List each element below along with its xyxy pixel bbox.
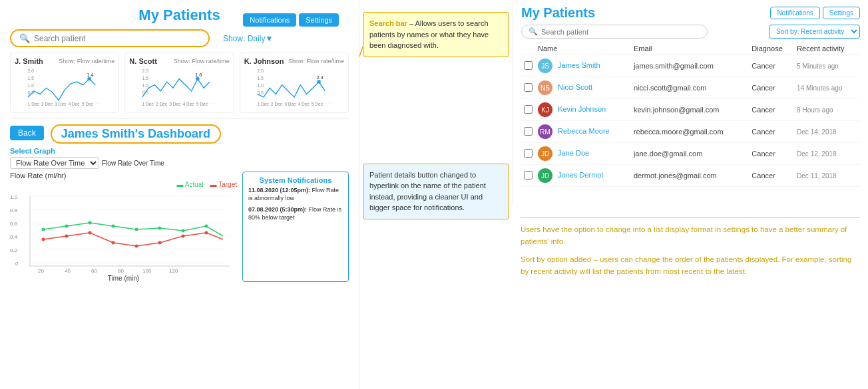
row-activity-0: 5 Minutes ago: [794, 55, 860, 77]
searchbar-callout: Search bar – Allows users to search pati…: [363, 12, 509, 57]
row-email-1: nicci.scott@gmail.com: [631, 77, 749, 99]
row-checkbox-2[interactable]: [521, 99, 535, 121]
svg-text:1 Dec: 1 Dec: [28, 102, 40, 106]
callout-patient-details-text: Patient details button changed to hyperl…: [369, 171, 486, 212]
flow-rate-svg: 1.0 0.8 0.6 0.4 0.2 0 20 40 60 80 100 12…: [10, 190, 236, 276]
row-name-3[interactable]: RM Rebecca Moore: [535, 121, 631, 143]
avatar-1: NS: [538, 80, 552, 95]
card-show-johnson: Show: Flow rate/time: [288, 58, 344, 65]
svg-text:100: 100: [142, 268, 152, 274]
svg-point-65: [65, 225, 69, 228]
svg-text:1.0: 1.0: [28, 83, 34, 88]
notifications-button-right[interactable]: Notifications: [770, 7, 819, 19]
col-name: Name: [535, 43, 631, 55]
svg-text:5 Dec: 5 Dec: [312, 102, 324, 106]
svg-text:20: 20: [38, 268, 44, 274]
table-row: KJ Kevin Johnson kevin.johnson@gmail.com…: [521, 99, 860, 121]
row-name-5[interactable]: JD Jones Dermot: [535, 165, 631, 187]
mini-chart-scott: 1.6 1 Dec 2 Dec 3 Dec 4 Dec 5 Dec 2.0 1.…: [129, 66, 229, 106]
svg-text:0.8: 0.8: [10, 207, 18, 213]
svg-text:0.6: 0.6: [10, 221, 18, 227]
svg-text:4 Dec: 4 Dec: [298, 102, 310, 106]
row-checkbox-5[interactable]: [521, 165, 535, 187]
back-button[interactable]: Back: [10, 126, 44, 140]
dashboard-title: James Smith's Dashboard: [51, 124, 221, 144]
svg-point-68: [135, 228, 138, 231]
search-input-left[interactable]: [34, 34, 200, 43]
row-checkbox-3[interactable]: [521, 121, 535, 143]
svg-point-71: [205, 225, 208, 228]
card-name-smith: J. Smith: [15, 57, 43, 65]
checkbox-0[interactable]: [524, 61, 533, 70]
checkbox-3[interactable]: [524, 127, 533, 136]
row-name-4[interactable]: JD Jane Doe: [535, 143, 631, 165]
notif-item-1: 11.08.2020 (12:05pm): Flow Rate is abnor…: [248, 187, 343, 202]
notifications-button-left[interactable]: Notifications: [243, 13, 296, 27]
row-checkbox-4[interactable]: [521, 143, 535, 165]
system-notifications-box: System Notifications 11.08.2020 (12:05pm…: [242, 172, 349, 282]
right-panel-title-row: My Patients Notifications Settings: [521, 5, 860, 21]
svg-text:2 Dec: 2 Dec: [41, 102, 53, 106]
middle-callout-area: Search bar – Allows users to search pati…: [359, 0, 513, 389]
patient-card-scott: N. Scott Show: Flow rate/time 1.6 1 Dec …: [124, 53, 234, 113]
sort-select[interactable]: Sort by: Recent activity: [769, 25, 860, 39]
row-email-2: kevin.johnson@gmail.com: [631, 99, 749, 121]
mini-chart-smith: 1.4 1 Dec 2 Dec 3 Dec 4 Dec 5 Dec 2.0 1.…: [15, 66, 114, 106]
graph-type-select[interactable]: Flow Rate Over Time: [10, 157, 99, 169]
search-icon-right: 🔍: [529, 27, 538, 36]
svg-point-56: [42, 238, 45, 241]
checkbox-1[interactable]: [524, 83, 533, 92]
svg-point-61: [158, 241, 162, 245]
row-activity-4: Dec 12, 2018: [794, 143, 860, 165]
svg-text:2.0: 2.0: [28, 68, 34, 73]
col-activity: Recent activity: [794, 43, 860, 55]
svg-text:40: 40: [65, 268, 71, 274]
row-diagnose-2: Cancer: [749, 99, 794, 121]
row-checkbox-1[interactable]: [521, 77, 535, 99]
checkbox-2[interactable]: [524, 105, 533, 114]
svg-text:0.5: 0.5: [142, 90, 148, 95]
checkbox-5[interactable]: [524, 171, 533, 180]
row-diagnose-5: Cancer: [749, 165, 794, 187]
right-search-row: 🔍 Sort by: Recent activity: [521, 25, 860, 39]
avatar-4: JD: [538, 146, 552, 161]
right-search-bar[interactable]: 🔍: [521, 25, 708, 39]
svg-text:0.5: 0.5: [28, 90, 34, 95]
svg-text:1.0: 1.0: [142, 83, 148, 88]
svg-text:1 Dec: 1 Dec: [142, 102, 154, 106]
svg-text:1.6: 1.6: [195, 72, 202, 78]
row-name-2[interactable]: KJ Kevin Johnson: [535, 99, 631, 121]
svg-point-66: [89, 221, 92, 225]
row-name-0[interactable]: JS James Smith: [535, 55, 631, 77]
flow-rate-chart: Flow Rate (ml/hr) ▬ Actual ▬ Target: [10, 172, 237, 282]
show-label: Show: Daily▼: [223, 34, 273, 43]
settings-button-right[interactable]: Settings: [823, 7, 860, 19]
row-activity-5: Dec 11, 2018: [794, 165, 860, 187]
row-checkbox-0[interactable]: [521, 55, 535, 77]
list-display-annotation: Users have the option to change into a l…: [521, 223, 860, 248]
svg-text:3 Dec: 3 Dec: [55, 102, 67, 106]
row-activity-3: Dec 14, 2018: [794, 121, 860, 143]
card-name-johnson: K. Johnson: [244, 57, 284, 65]
col-diagnose: Diagnose: [749, 43, 794, 55]
avatar-3: RM: [538, 124, 552, 139]
svg-point-69: [158, 227, 162, 230]
svg-point-60: [135, 245, 138, 248]
table-row: JD Jones Dermot dermot.jones@gmail.com C…: [521, 165, 860, 187]
col-checkbox: [521, 43, 535, 55]
table-row: NS Nicci Scott nicci.scott@gmail.com Can…: [521, 77, 860, 99]
show-dropdown[interactable]: Daily: [248, 34, 266, 43]
svg-point-58: [89, 231, 92, 235]
search-input-right[interactable]: [541, 28, 700, 36]
callout-search-label: Search bar: [369, 19, 407, 27]
table-row: JD Jane Doe jane.doe@gmail.com Cancer De…: [521, 143, 860, 165]
svg-text:0.5: 0.5: [257, 90, 263, 95]
patient-details-callout: Patient details button changed to hyperl…: [363, 164, 509, 219]
search-bar-left[interactable]: 🔍: [10, 29, 210, 47]
right-annotations: Users have the option to change into a l…: [513, 209, 868, 289]
checkbox-4[interactable]: [524, 149, 533, 158]
row-name-1[interactable]: NS Nicci Scott: [535, 77, 631, 99]
svg-text:2 Dec: 2 Dec: [271, 102, 283, 106]
settings-button-left[interactable]: Settings: [299, 13, 339, 27]
svg-text:2 Dec: 2 Dec: [156, 102, 168, 106]
